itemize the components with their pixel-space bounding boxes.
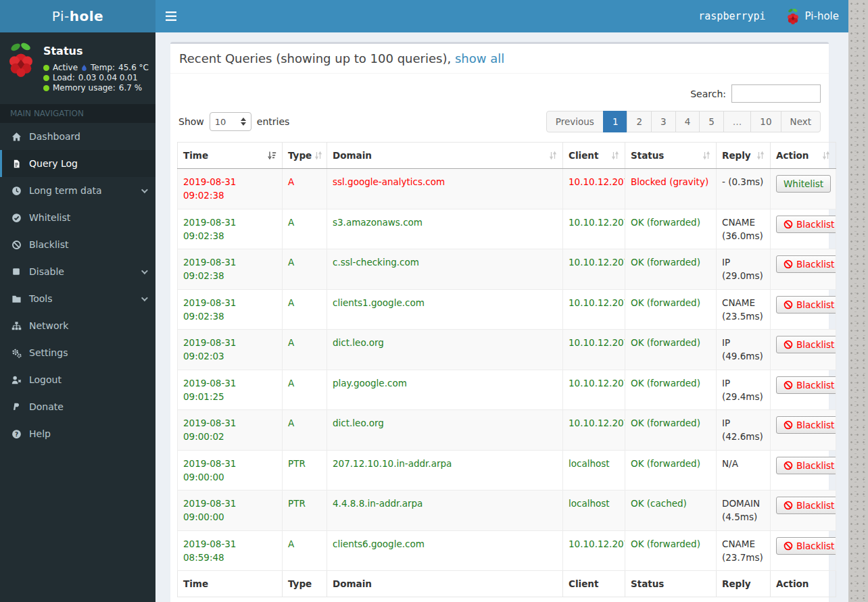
sidebar-item-settings[interactable]: Settings <box>0 339 155 366</box>
query-client[interactable]: 10.10.12.207 <box>563 330 625 370</box>
query-client[interactable]: localhost <box>563 450 625 491</box>
sidebar-section-label: MAIN NAVIGATION <box>0 104 155 123</box>
sidebar-item-query-log[interactable]: Query Log <box>0 150 155 177</box>
blacklist-button-label: Blacklist <box>796 259 834 270</box>
query-domain[interactable]: 207.12.10.10.in-addr.arpa <box>327 450 563 491</box>
pagination-page-button-5[interactable]: 5 <box>699 111 724 132</box>
ban-icon <box>783 300 793 309</box>
sidebar-item-blacklist[interactable]: Blacklist <box>0 231 155 258</box>
query-status: OK (cached) <box>625 491 717 531</box>
query-client[interactable]: 10.10.12.207 <box>563 289 625 330</box>
sidebar-item-long-term-data[interactable]: Long term data <box>0 177 155 204</box>
sidebar-item-disable[interactable]: Disable <box>0 258 155 285</box>
sidebar-item-whitelist[interactable]: Whitelist <box>0 204 155 231</box>
sidebar-item-help[interactable]: ?Help <box>0 420 155 447</box>
chevron-down-icon <box>141 295 148 301</box>
pagination-previous-button[interactable]: Previous <box>546 111 604 132</box>
query-type[interactable]: A <box>283 249 327 290</box>
query-domain[interactable]: c.ssl-checking.com <box>327 249 563 290</box>
blacklist-button[interactable]: Blacklist <box>776 416 836 434</box>
brand-label: Pi-hole <box>805 10 839 22</box>
query-type[interactable]: A <box>283 370 327 410</box>
query-domain[interactable]: 4.4.8.8.in-addr.arpa <box>327 491 563 531</box>
column-header-domain[interactable]: Domain <box>327 143 563 169</box>
query-domain[interactable]: play.google.com <box>327 370 563 410</box>
blacklist-button[interactable]: Blacklist <box>776 537 836 555</box>
query-domain[interactable]: clients6.google.com <box>327 530 563 571</box>
query-type[interactable]: A <box>283 169 327 209</box>
query-domain[interactable]: s3.amazonaws.com <box>327 209 563 249</box>
pagination-next-button[interactable]: Next <box>781 111 821 132</box>
blacklist-button-label: Blacklist <box>796 500 834 511</box>
load-value: 0.03 0.04 0.01 <box>78 73 138 82</box>
query-status: OK (forwarded) <box>625 370 717 410</box>
query-client[interactable]: 10.10.12.207 <box>563 370 625 410</box>
query-client[interactable]: 10.10.12.207 <box>563 169 625 209</box>
query-row: 2019-08-31 08:59:48Aclients6.google.com1… <box>178 530 836 571</box>
query-client[interactable]: 10.10.12.207 <box>563 410 625 451</box>
query-domain[interactable]: dict.leo.org <box>327 410 563 451</box>
column-header-action[interactable]: Action <box>771 143 836 169</box>
entries-length-select[interactable]: 10 <box>210 112 251 131</box>
query-type[interactable]: A <box>283 410 327 451</box>
check-circle-icon <box>10 213 22 223</box>
blacklist-button[interactable]: Blacklist <box>776 255 836 273</box>
search-input[interactable] <box>731 84 821 103</box>
query-domain[interactable]: clients1.google.com <box>327 289 563 330</box>
pagination-page-button-10[interactable]: 10 <box>750 111 781 132</box>
query-domain[interactable]: ssl.google-analytics.com <box>327 169 563 209</box>
sort-both-icon <box>702 151 710 160</box>
column-header-status[interactable]: Status <box>625 143 717 169</box>
paypal-icon <box>10 402 22 411</box>
entries-length-value: 10 <box>215 117 226 127</box>
blacklist-button[interactable]: Blacklist <box>776 296 836 313</box>
sidebar-item-network[interactable]: Network <box>0 312 155 339</box>
column-header-time[interactable]: Time <box>178 143 283 169</box>
query-action-cell: Blacklist <box>771 249 836 290</box>
query-type[interactable]: A <box>283 209 327 249</box>
column-header-reply[interactable]: Reply <box>717 143 771 169</box>
blacklist-button[interactable]: Blacklist <box>776 457 836 474</box>
pagination-page-button-4[interactable]: 4 <box>675 111 700 132</box>
whitelist-button[interactable]: Whitelist <box>776 175 831 193</box>
query-client[interactable]: localhost <box>563 491 625 531</box>
sidebar-item-label: Logout <box>29 374 62 385</box>
query-action-cell: Blacklist <box>771 530 836 571</box>
query-type[interactable]: PTR <box>283 491 327 531</box>
query-type[interactable]: A <box>283 530 327 571</box>
pihole-logo[interactable]: Pi-hole <box>0 0 155 32</box>
sidebar-item-donate[interactable]: Donate <box>0 393 155 420</box>
memory-label: Memory usage: <box>53 83 116 93</box>
query-status: OK (forwarded) <box>625 289 717 330</box>
query-client[interactable]: 10.10.12.207 <box>563 249 625 290</box>
query-row: 2019-08-31 09:01:25Aplay.google.com10.10… <box>178 370 836 410</box>
pagination-page-button-1[interactable]: 1 <box>603 111 628 132</box>
column-header-client[interactable]: Client <box>563 143 625 169</box>
blacklist-button[interactable]: Blacklist <box>776 216 836 233</box>
sort-both-icon <box>822 151 830 160</box>
show-all-link[interactable]: show all <box>455 51 504 66</box>
query-type[interactable]: PTR <box>283 450 327 491</box>
query-time: 2019-08-31 09:02:38 <box>178 209 283 249</box>
query-domain[interactable]: dict.leo.org <box>327 330 563 370</box>
blacklist-button[interactable]: Blacklist <box>776 497 836 514</box>
sidebar-item-label: Network <box>29 320 68 331</box>
pagination-page-button-2[interactable]: 2 <box>627 111 652 132</box>
blacklist-button[interactable]: Blacklist <box>776 336 836 353</box>
sidebar-item-tools[interactable]: Tools <box>0 285 155 312</box>
sidebar-item-logout[interactable]: Logout <box>0 366 155 393</box>
pihole-brand-link[interactable]: Pi-hole <box>786 8 839 25</box>
pagination-page-button-3[interactable]: 3 <box>651 111 676 132</box>
query-client[interactable]: 10.10.12.207 <box>563 530 625 571</box>
blacklist-button[interactable]: Blacklist <box>776 376 836 394</box>
status-dot-icon <box>43 75 49 81</box>
query-type[interactable]: A <box>283 330 327 370</box>
sort-both-icon <box>611 151 619 160</box>
query-client[interactable]: 10.10.12.207 <box>563 209 625 249</box>
sidebar-toggle-button[interactable] <box>155 0 187 32</box>
sidebar-item-dashboard[interactable]: Dashboard <box>0 123 155 150</box>
sidebar-item-label: Disable <box>29 266 64 277</box>
column-header-type[interactable]: Type <box>283 143 327 169</box>
query-type[interactable]: A <box>283 289 327 330</box>
status-dot-icon <box>43 85 49 91</box>
